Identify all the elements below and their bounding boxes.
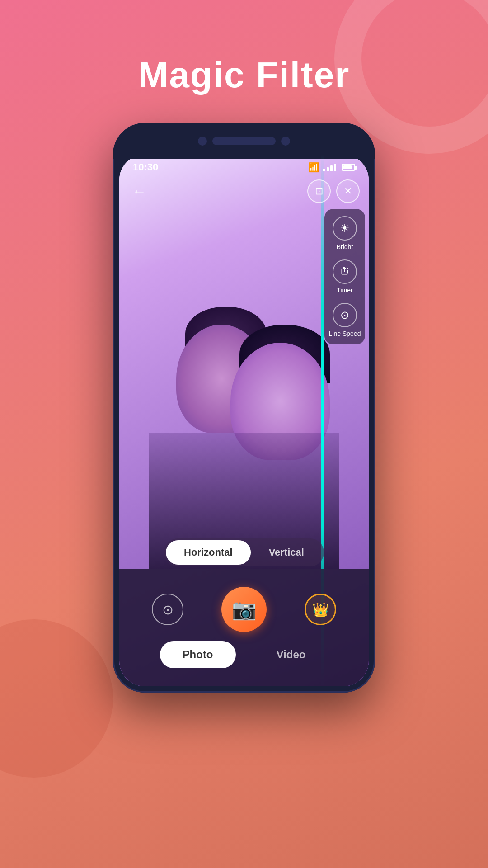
wifi-icon: 📶 (308, 162, 319, 173)
signal-bar-3 (330, 165, 333, 171)
phone-notch (113, 123, 375, 159)
vertical-btn[interactable]: Vertical (251, 540, 322, 565)
face-group (149, 307, 339, 569)
shutter-button[interactable]: 📷 (221, 587, 267, 632)
top-right-buttons: ⊡ ✕ (307, 179, 360, 203)
line-speed-icon-circle: ⊙ (333, 303, 357, 327)
timer-label: Timer (337, 287, 352, 294)
brightness-icon: ☀ (340, 222, 350, 235)
deco-circle-bottom (0, 619, 113, 778)
right-control-panel: ☀ Bright ⏱ Timer ⊙ Line Speed (324, 209, 365, 344)
signal-bar-1 (323, 169, 325, 171)
record-icon: ⊡ (315, 185, 323, 197)
gallery-button[interactable]: ⊙ (152, 594, 183, 625)
back-arrow-icon: ← (132, 183, 146, 200)
premium-button[interactable]: 👑 (305, 594, 336, 625)
timer-control[interactable]: ⏱ Timer (333, 259, 357, 294)
bottom-bar: ⊙ 📷 👑 Photo Video (119, 569, 369, 686)
timer-icon-circle: ⏱ (333, 259, 357, 284)
crown-icon: 👑 (312, 602, 329, 618)
phone-front-cam (198, 137, 207, 146)
signal-bars (323, 163, 336, 171)
status-icons: 📶 (308, 162, 355, 173)
page-title: Magic Filter (138, 54, 350, 96)
battery-icon (342, 164, 355, 171)
phone-screen: 10:30 📶 ← ⊡ (119, 155, 369, 686)
bright-label: Bright (337, 243, 353, 250)
camera-icon: 📷 (232, 598, 257, 621)
phone-sensor (281, 137, 290, 146)
back-button[interactable]: ← (128, 180, 150, 202)
speed-icon: ⊙ (340, 309, 349, 321)
gallery-icon: ⊙ (162, 602, 174, 618)
phone-frame: 10:30 📶 ← ⊡ (113, 123, 375, 693)
photo-mode-btn[interactable]: Photo (160, 641, 236, 668)
mode-row: Photo Video (160, 641, 328, 668)
line-speed-control[interactable]: ⊙ Line Speed (329, 303, 361, 337)
orientation-selector: Horizontal Vertical (164, 538, 324, 566)
bright-icon-circle: ☀ (333, 216, 357, 241)
video-mode-btn[interactable]: Video (254, 641, 328, 668)
phone-speaker (212, 137, 276, 145)
status-bar: 10:30 📶 (133, 159, 355, 175)
battery-fill (343, 165, 352, 169)
top-controls: ← ⊡ ✕ (128, 179, 360, 203)
bright-control[interactable]: ☀ Bright (333, 216, 357, 250)
signal-bar-4 (334, 164, 336, 171)
line-speed-label: Line Speed (329, 330, 361, 337)
signal-bar-2 (327, 167, 329, 171)
horizontal-btn[interactable]: Horizontal (166, 540, 251, 565)
record-btn[interactable]: ⊡ (307, 179, 331, 203)
timer-icon: ⏱ (339, 265, 350, 278)
status-time: 10:30 (133, 161, 158, 173)
close-btn[interactable]: ✕ (336, 179, 360, 203)
close-icon: ✕ (344, 185, 352, 197)
camera-controls-row: ⊙ 📷 👑 (119, 587, 369, 632)
